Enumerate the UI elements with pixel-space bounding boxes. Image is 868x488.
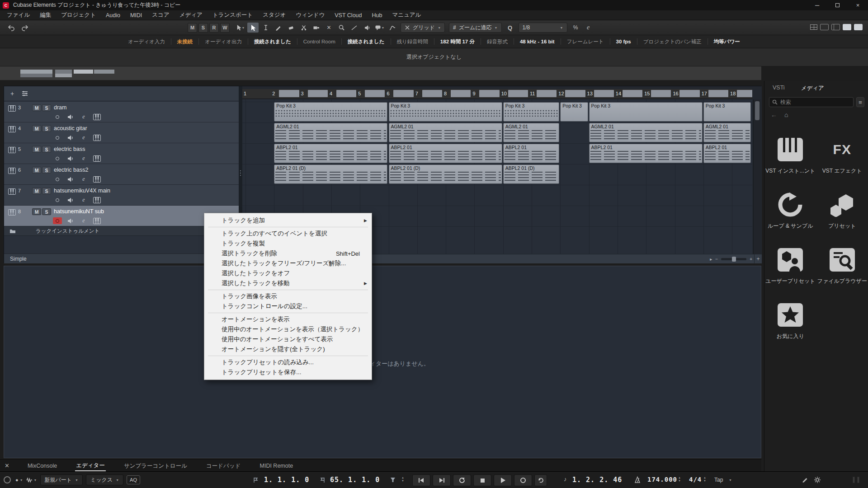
monitor-button[interactable] xyxy=(66,197,75,203)
edit-channel-button[interactable]: e xyxy=(79,197,88,203)
zoom-preset-icon[interactable]: ▸ xyxy=(710,257,712,262)
menu-item[interactable]: Audio xyxy=(101,12,125,19)
status-label[interactable]: オーディオ入力 xyxy=(122,38,171,45)
track-row[interactable]: 3MSdrame xyxy=(4,102,239,122)
retrospective-record-button[interactable] xyxy=(534,474,547,486)
iterative-quantize-button[interactable]: % xyxy=(570,23,581,33)
menu-item[interactable]: スコア xyxy=(147,11,174,19)
status-label[interactable]: フレームレート xyxy=(561,38,610,45)
minimize-button[interactable]: ─ xyxy=(807,0,827,10)
track-name[interactable]: electric bass2 xyxy=(54,167,88,173)
monitor-button[interactable] xyxy=(66,134,75,141)
results-list-toggle[interactable]: ≡ xyxy=(856,97,864,107)
range-selection-tool[interactable] xyxy=(260,23,271,33)
context-menu-item[interactable]: 選択トラックを削除Shift+Del xyxy=(204,249,372,258)
stop-button[interactable] xyxy=(473,474,491,486)
go-to-previous-marker-button[interactable] xyxy=(412,474,430,486)
monitor-button[interactable] xyxy=(66,155,75,162)
edit-channel-button[interactable]: e xyxy=(79,113,88,120)
automation-button[interactable]: W xyxy=(220,23,230,33)
context-menu-item[interactable]: トラックコントロールの設定... xyxy=(204,301,372,311)
context-menu-item[interactable]: トラックを追加▶ xyxy=(204,216,372,225)
context-menu-item[interactable]: 使用中のオートメーションをすべて表示 xyxy=(204,334,372,344)
quantize-panel-button[interactable]: e xyxy=(583,23,594,33)
home-icon[interactable]: ⌂ xyxy=(784,111,788,118)
menu-item[interactable]: ファイル xyxy=(2,11,35,19)
automation-button[interactable]: M xyxy=(188,23,197,33)
status-value[interactable]: 182 時間 17 分 xyxy=(434,38,481,45)
back-arrow-icon[interactable]: ← xyxy=(771,111,777,118)
context-menu-item[interactable]: 選択したトラックをオフ xyxy=(204,268,372,278)
mute-tool[interactable]: ✕ xyxy=(323,23,335,33)
mute-button[interactable]: M xyxy=(32,104,41,111)
context-menu-item[interactable]: 使用中のオートメーションを表示（選択トラック） xyxy=(204,324,372,334)
ruler-bar[interactable]: 16 xyxy=(671,89,700,99)
status-label[interactable]: 残り録音時間 xyxy=(391,38,434,45)
window-grip-icon[interactable] xyxy=(4,476,11,483)
color-tool-dropdown[interactable]: ▼ xyxy=(374,23,385,33)
midi-icon[interactable] xyxy=(92,197,101,203)
menu-item[interactable]: ウィンドウ xyxy=(291,11,330,19)
line-tool[interactable] xyxy=(349,23,360,33)
play-tool[interactable] xyxy=(361,23,373,33)
zoom-out-button[interactable]: − xyxy=(715,257,718,262)
status-value[interactable]: 均等パワー xyxy=(708,38,746,45)
snap-type-dropdown[interactable]: グリッド▼ xyxy=(401,23,445,33)
midi-icon[interactable] xyxy=(92,217,101,224)
ruler-bar[interactable]: 7 xyxy=(414,89,443,99)
ruler-bar[interactable]: 15 xyxy=(643,89,671,99)
menu-item[interactable]: Hub xyxy=(367,12,387,19)
tile-user-presets[interactable]: ユーザープリセット xyxy=(765,247,815,302)
midi-clip[interactable]: AGML2 01 xyxy=(274,123,387,142)
ruler-bar[interactable]: 18 xyxy=(729,89,752,99)
monitor-button[interactable] xyxy=(66,217,75,224)
right-zone-toggle[interactable] xyxy=(843,24,851,30)
context-menu-item[interactable]: オートメーションを隠す(全トラック) xyxy=(204,344,372,354)
zoom-corner-button[interactable]: + xyxy=(754,254,762,264)
left-zone-toggle[interactable] xyxy=(820,24,829,30)
ruler-bar[interactable]: 13 xyxy=(586,89,614,99)
status-label[interactable]: プロジェクトのパン補正 xyxy=(637,38,708,45)
tile-favorites[interactable]: お気に入り xyxy=(776,302,805,357)
ruler-bar[interactable]: 1 xyxy=(242,89,271,99)
menu-item[interactable]: マニュアル xyxy=(387,11,426,19)
left-locator-icon[interactable] xyxy=(253,477,258,483)
midi-clip[interactable]: AGML2 01 xyxy=(589,123,703,142)
status-value[interactable]: 未接続 xyxy=(171,38,199,45)
context-menu-item[interactable]: トラック画像を表示 xyxy=(204,291,372,301)
search-input[interactable] xyxy=(780,99,850,105)
mute-button[interactable]: M xyxy=(32,208,41,215)
midi-clip[interactable]: Pop Kit 3 xyxy=(503,102,560,122)
edit-channel-button[interactable]: e xyxy=(79,155,88,162)
tile-file-browser[interactable]: ファイルブラウザー xyxy=(817,247,867,302)
automation-curve-tool[interactable] xyxy=(387,23,398,33)
solo-button[interactable]: S xyxy=(42,125,51,132)
ruler-bar[interactable]: 12 xyxy=(557,89,585,99)
track-filter-button[interactable] xyxy=(20,89,29,98)
track-name[interactable]: electric bass xyxy=(54,146,85,152)
midi-clip[interactable]: Pop Kit 3 xyxy=(703,102,751,122)
midi-clip[interactable]: Pop Kit 3 xyxy=(560,102,588,122)
ruler-bar[interactable]: 17 xyxy=(700,89,729,99)
edit-channel-button[interactable]: e xyxy=(79,176,88,183)
draw-tool[interactable] xyxy=(273,23,284,33)
context-menu-item[interactable]: トラックプリセットの読み込み... xyxy=(204,357,372,367)
object-selection-tool[interactable] xyxy=(247,23,259,33)
tab-media[interactable]: メディア xyxy=(801,84,824,94)
vertical-scrollbar-thumb[interactable] xyxy=(755,101,760,120)
vertical-scrollbar[interactable] xyxy=(753,99,761,254)
midi-clip[interactable]: ABPL2 01 xyxy=(503,144,560,163)
edit-channel-button[interactable]: e xyxy=(79,217,88,224)
midi-icon[interactable] xyxy=(92,134,101,141)
lower-zone-tab[interactable]: コードパッド xyxy=(205,460,241,471)
tile-loops-samples[interactable]: ループ & サンプル xyxy=(768,192,813,247)
mute-button[interactable]: M xyxy=(32,125,41,132)
lower-zone-tab[interactable]: MixConsole xyxy=(27,461,58,470)
ruler-bar[interactable]: 10 xyxy=(500,89,528,99)
track-name[interactable]: hatsunemikuV4X main xyxy=(54,188,110,194)
tile-vst-instruments[interactable]: VST インスト...ント xyxy=(765,136,815,192)
context-menu-item[interactable]: トラック上のすべてのイベントを選択 xyxy=(204,229,372,239)
status-label[interactable]: Control Room xyxy=(297,39,341,44)
play-button[interactable] xyxy=(494,474,512,486)
track-name[interactable]: hatsunemikuNT sub xyxy=(54,208,104,215)
